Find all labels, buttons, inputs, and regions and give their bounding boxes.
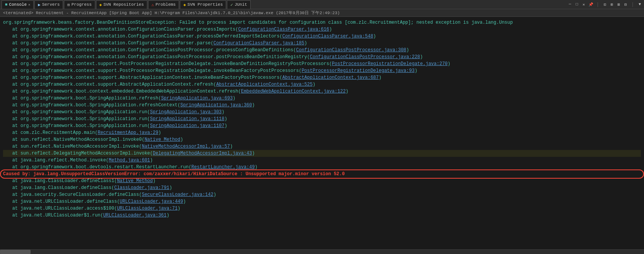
pin-button[interactable]: 📌 (588, 2, 593, 7)
stack-link[interactable]: Method.java:601 (109, 158, 150, 163)
stack-prefix: at org.springframework.context.support.A… (12, 82, 216, 87)
console-line-12: at org.springframework.boot.SpringApplic… (3, 102, 641, 109)
stack-link[interactable]: NativeMethodAccessorImpl.java:57 (142, 144, 230, 149)
tab-svn-repos-label: SVN Repositories (103, 2, 144, 7)
stack-link[interactable]: RestartLauncher.java:49 (191, 164, 255, 170)
stack-link[interactable]: SpringApplication.java:1118 (150, 116, 224, 122)
stack-prefix: at org.springframework.context.annotatio… (12, 34, 282, 39)
stack-link[interactable]: AbstractApplicationContext.java:687 (282, 75, 379, 80)
junit-icon: ✓ (230, 2, 233, 7)
stack-link[interactable]: PostProcessorRegistrationDelegate.java:9… (302, 68, 414, 73)
console-icon: ■ (5, 2, 8, 7)
console-line-27: at java.net.URLClassLoader.access$100(UR… (3, 205, 641, 212)
stack-link[interactable]: SpringApplication.java:360 (180, 103, 252, 108)
console-line-25: at java.security.SecureClassLoader.defin… (3, 191, 641, 198)
toolbar-btn-4[interactable]: ⊟ (623, 2, 628, 7)
stack-link[interactable]: SpringApplication.java:303 (150, 109, 222, 115)
console-line-16: at com.zlc.RecruitmentApp.main(Recruitme… (3, 129, 641, 136)
stack-link[interactable]: DelegatingMethodAccessorImpl.java:43 (153, 151, 252, 156)
stack-suffix: ) (414, 68, 417, 73)
stack-prefix: at java.lang.reflect.Method.invoke( (12, 158, 109, 163)
stack-suffix: ) (420, 54, 423, 60)
close-button[interactable]: ✕ (581, 2, 587, 7)
tab-problems-label: Problems (155, 2, 176, 7)
stack-link[interactable]: URLClassLoader.java:449 (120, 199, 183, 204)
tab-servers[interactable]: ▶ Servers (34, 0, 63, 9)
stack-link[interactable]: URLClassLoader.java:71 (117, 206, 178, 211)
tabs-container: ■ Console ✕ ▶ Servers ⊞ Progress ◈ SVN R… (2, 0, 251, 9)
stack-prefix: at com.zlc.RecruitmentApp.main( (12, 130, 98, 135)
console-line-6: at org.springframework.context.support.P… (3, 60, 641, 67)
toolbar-btn-1[interactable]: ⊡ (602, 2, 608, 7)
stack-suffix: ) (230, 144, 233, 149)
tab-console-label: Console (9, 2, 27, 7)
console-line-24: at java.lang.ClassLoader.defineClass(Cla… (3, 184, 641, 191)
stack-suffix: ) (153, 178, 155, 184)
stack-link[interactable]: SpringApplication.java:1107 (150, 123, 224, 129)
stack-link[interactable]: SpringApplication.java:693 (161, 96, 233, 101)
scrollbar-thumb[interactable] (0, 250, 31, 254)
stack-suffix: ) (183, 199, 186, 204)
maximize-button[interactable]: □ (574, 2, 580, 7)
stack-link[interactable]: RecruitmentApp.java:29 (98, 130, 158, 135)
stack-link[interactable]: Native Method (117, 178, 153, 184)
stack-link[interactable]: ConfigurationClassPostProcessor.java:228 (310, 54, 420, 60)
tab-console[interactable]: ■ Console ✕ (2, 0, 34, 9)
console-line-1: at org.springframework.context.annotatio… (3, 26, 641, 33)
console-lines: org.springframework.beans.factory.BeanDe… (3, 19, 641, 219)
console-line-28: at java.net.URLClassLoader$1.run(URLClas… (3, 212, 641, 219)
tab-svn-props[interactable]: ◈ SVN Properties (180, 0, 226, 9)
stack-suffix: ) (150, 158, 153, 163)
toolbar-btn-5[interactable]: ▼ (637, 2, 642, 7)
tab-svn-repos[interactable]: ◈ SVN Repositories (96, 0, 147, 9)
path-text: <terminated> Recruitment - RecruitmentAp… (3, 10, 340, 16)
stack-suffix: ) (214, 192, 216, 197)
stack-link[interactable]: EmbeddedWebApplicationContext.java:122 (241, 89, 346, 94)
stack-link[interactable]: SecureClassLoader.java:142 (142, 192, 213, 197)
stack-suffix: ) (178, 206, 180, 211)
stack-link[interactable]: URLClassLoader.java:361 (103, 213, 167, 218)
stack-link[interactable]: AbstractApplicationContext.java:525 (216, 82, 313, 87)
stack-prefix: at java.security.SecureClassLoader.defin… (12, 192, 142, 197)
console-line-5: at org.springframework.context.annotatio… (3, 54, 641, 60)
stack-prefix: at org.springframework.context.annotatio… (12, 27, 238, 32)
stack-suffix: ) (448, 61, 450, 67)
stack-link[interactable]: PostProcessorRegistrationDelegate.java:2… (332, 61, 447, 67)
stack-link[interactable]: ConfigurationClassParser.java:185 (214, 41, 305, 46)
tab-problems[interactable]: ⚠ Problems (148, 0, 179, 9)
stack-suffix: ) (329, 27, 332, 32)
stack-link[interactable]: ClassLoader.java:791 (114, 185, 169, 190)
toolbar-btn-2[interactable]: ⊞ (609, 2, 615, 7)
tab-junit[interactable]: ✓ JUnit (227, 0, 251, 9)
stack-prefix: at org.springframework.context.support.P… (12, 61, 332, 67)
stack-link[interactable]: ConfigurationClassPostProcessor.java:308 (296, 47, 406, 53)
stack-suffix: ) (166, 213, 169, 218)
console-line-23: at java.lang.ClassLoader.defineClass1(Na… (3, 177, 641, 184)
servers-icon: ▶ (38, 2, 41, 7)
stack-suffix: ) (225, 116, 227, 122)
close-icon[interactable]: ✕ (28, 3, 30, 7)
tab-bar: ■ Console ✕ ▶ Servers ⊞ Progress ◈ SVN R… (2, 0, 251, 9)
console-line-4: at org.springframework.context.annotatio… (3, 47, 641, 54)
stack-link[interactable]: Native Method (145, 137, 181, 142)
console-area[interactable]: org.springframework.beans.factory.BeanDe… (0, 17, 644, 254)
console-line-15: at org.springframework.boot.SpringApplic… (3, 122, 641, 129)
stack-suffix: ) (406, 47, 409, 53)
toolbar-btn-3[interactable]: ⊠ (616, 2, 621, 7)
console-line-8: at org.springframework.context.support.A… (3, 74, 641, 81)
stack-prefix: at org.springframework.context.annotatio… (12, 47, 296, 53)
tab-progress-label: Progress (72, 2, 92, 7)
minimize-button[interactable]: ─ (567, 2, 573, 7)
stack-prefix: at org.springframework.boot.SpringApplic… (12, 96, 161, 101)
horizontal-scrollbar[interactable] (0, 249, 644, 254)
tab-progress[interactable]: ⊞ Progress (64, 0, 95, 9)
console-line-21: at org.springframework.boot.devtools.res… (3, 164, 641, 171)
stack-suffix: ) (252, 103, 255, 108)
console-line-9: at org.springframework.context.support.A… (3, 81, 641, 88)
stack-suffix: ) (180, 137, 183, 142)
stack-prefix: at sun.reflect.DelegatingMethodAccessorI… (12, 151, 153, 156)
problems-icon: ⚠ (152, 2, 154, 7)
console-content: org.springframework.beans.factory.BeanDe… (0, 18, 644, 220)
stack-link[interactable]: ConfigurationClassParser.java:616 (238, 27, 329, 32)
stack-link[interactable]: ConfigurationClassParser.java:548 (282, 34, 373, 39)
